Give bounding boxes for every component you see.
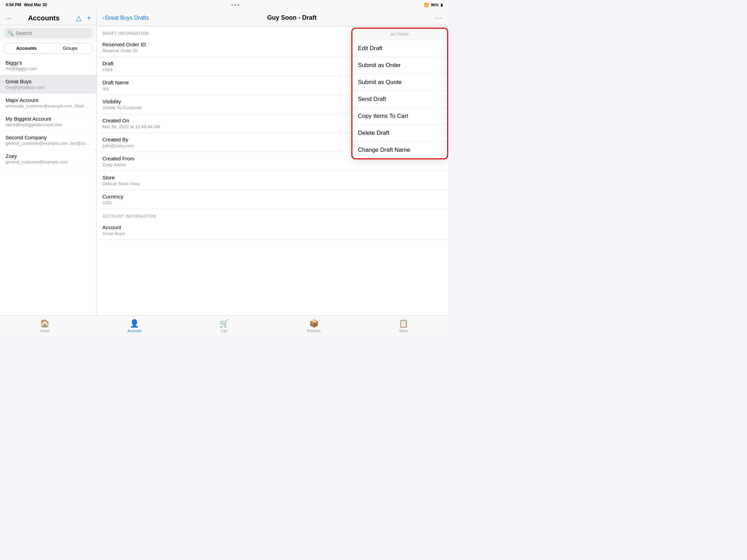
main-header-left: ‹ Great Buys Drafts <box>102 15 149 21</box>
tab-cart-label: Cart <box>221 329 228 333</box>
actions-header: ACTIONS <box>352 29 447 40</box>
account-name: Major Account <box>6 97 91 103</box>
status-center <box>231 4 239 6</box>
sales-icon: 📋 <box>399 319 408 328</box>
info-label: Account <box>102 224 443 230</box>
account-name: Zoey <box>6 153 91 159</box>
main-panel: ‹ Great Buys Drafts Guy Soon - Draft ···… <box>97 10 448 315</box>
tab-accounts[interactable]: 👤 Accounts <box>90 319 179 333</box>
status-right: 📶 96% ▮ <box>424 3 443 7</box>
info-value: Zoey Admin <box>102 162 443 167</box>
status-bar: 4:54 PM Wed Mar 30 📶 96% ▮ <box>0 0 448 10</box>
info-label: Store <box>102 175 443 180</box>
sidebar-search-area: 🔍 <box>0 25 96 41</box>
account-name: Biggy's <box>6 60 91 66</box>
battery-percent: 96% <box>431 3 439 7</box>
battery-icon: ▮ <box>441 3 443 7</box>
list-item[interactable]: Biggy's Alb@biggys.com <box>0 56 96 75</box>
draft-title: Guy Soon - Draft <box>267 14 316 21</box>
list-item[interactable]: Zoey general_customer@example.com <box>0 150 96 168</box>
account-email: steve@mybiggestaccount.com <box>6 122 91 127</box>
info-value: Great Buys <box>102 231 443 236</box>
tab-home[interactable]: 🏠 Home <box>0 319 90 333</box>
list-item[interactable]: Second Company general_customer@example.… <box>0 131 96 150</box>
action-edit-draft[interactable]: Edit Draft <box>352 40 447 57</box>
app-container: ··· Accounts △ + 🔍 Accounts Groups <box>0 10 448 336</box>
back-button[interactable]: ‹ Great Buys Drafts <box>102 15 149 21</box>
add-account-button[interactable]: + <box>87 14 91 22</box>
search-input[interactable] <box>16 30 89 36</box>
chevron-left-icon: ‹ <box>102 15 104 21</box>
action-delete-draft[interactable]: Delete Draft <box>352 125 447 142</box>
segment-control: Accounts Groups <box>4 43 92 54</box>
info-row-store: Store Default Store View <box>97 171 448 190</box>
sidebar-header-right: △ + <box>76 14 91 22</box>
info-row-currency: Currency USD <box>97 190 448 209</box>
sidebar: ··· Accounts △ + 🔍 Accounts Groups <box>0 10 97 315</box>
filter-button[interactable]: △ <box>76 14 81 22</box>
search-input-wrap: 🔍 <box>4 28 92 38</box>
sidebar-title: Accounts <box>28 14 59 22</box>
search-icon: 🔍 <box>8 30 13 36</box>
list-item[interactable]: My Biggest Account steve@mybiggestaccoun… <box>0 112 96 131</box>
tab-sales[interactable]: 📋 Sales <box>359 319 448 333</box>
wifi-icon: 📶 <box>424 3 429 7</box>
info-value: Default Store View <box>102 181 443 186</box>
account-info-section-header: ACCOUNT INFORMATION <box>97 209 448 221</box>
tab-accounts-label: Accounts <box>127 329 141 333</box>
tab-home-label: Home <box>40 329 49 333</box>
accounts-icon: 👤 <box>130 319 139 328</box>
segment-groups[interactable]: Groups <box>48 43 92 53</box>
home-icon: 🏠 <box>40 319 49 328</box>
tab-cart[interactable]: 🛒 Cart <box>179 319 269 333</box>
action-submit-quote[interactable]: Submit as Quote <box>352 74 447 91</box>
status-date: Wed Mar 30 <box>24 2 47 7</box>
tab-products[interactable]: 📦 Products <box>269 319 359 333</box>
sidebar-header-left: ··· <box>6 14 11 22</box>
account-list: Biggy's Alb@biggys.com Great Buys Guy@gr… <box>0 56 96 315</box>
tab-sales-label: Sales <box>399 329 408 333</box>
action-change-name[interactable]: Change Draft Name <box>352 142 447 158</box>
products-icon: 📦 <box>309 319 319 328</box>
content-area: ··· Accounts △ + 🔍 Accounts Groups <box>0 10 448 315</box>
main-header: ‹ Great Buys Drafts Guy Soon - Draft ··· <box>97 10 448 26</box>
account-email: Guy@greatbuys.com <box>6 85 91 90</box>
list-item[interactable]: Great Buys Guy@greatbuys.com <box>0 75 96 94</box>
more-dots-button[interactable]: ··· <box>435 14 443 22</box>
account-name: My Biggest Account <box>6 116 91 122</box>
action-copy-items[interactable]: Copy Items To Cart <box>352 108 447 125</box>
account-email: wholesale_customer@example.com, Dbell@ma… <box>6 104 91 109</box>
more-options-button[interactable]: ··· <box>6 14 11 22</box>
actions-dropdown: ACTIONS Edit Draft Submit as Order Submi… <box>351 28 448 159</box>
action-submit-order[interactable]: Submit as Order <box>352 57 447 74</box>
info-value: USD <box>102 200 443 205</box>
account-email: Alb@biggys.com <box>6 66 91 71</box>
cart-icon: 🛒 <box>220 319 229 328</box>
info-label: Currency <box>102 194 443 199</box>
segment-accounts[interactable]: Accounts <box>4 43 48 53</box>
action-send-draft[interactable]: Send Draft <box>352 91 447 108</box>
status-time: 4:54 PM <box>6 2 21 7</box>
account-name: Great Buys <box>6 78 91 84</box>
tab-bar: 🏠 Home 👤 Accounts 🛒 Cart 📦 Products 📋 Sa… <box>0 315 448 336</box>
list-item[interactable]: Major Account wholesale_customer@example… <box>0 94 96 112</box>
sidebar-header: ··· Accounts △ + <box>0 10 96 25</box>
account-email: general_customer@example.com <box>6 160 91 165</box>
info-row-account: Account Great Buys <box>97 221 448 240</box>
back-label: Great Buys Drafts <box>105 15 149 21</box>
account-name: Second Company <box>6 134 91 140</box>
tab-products-label: Products <box>307 329 320 333</box>
account-email: general_customer@example.com, don@zoey.c… <box>6 141 91 146</box>
